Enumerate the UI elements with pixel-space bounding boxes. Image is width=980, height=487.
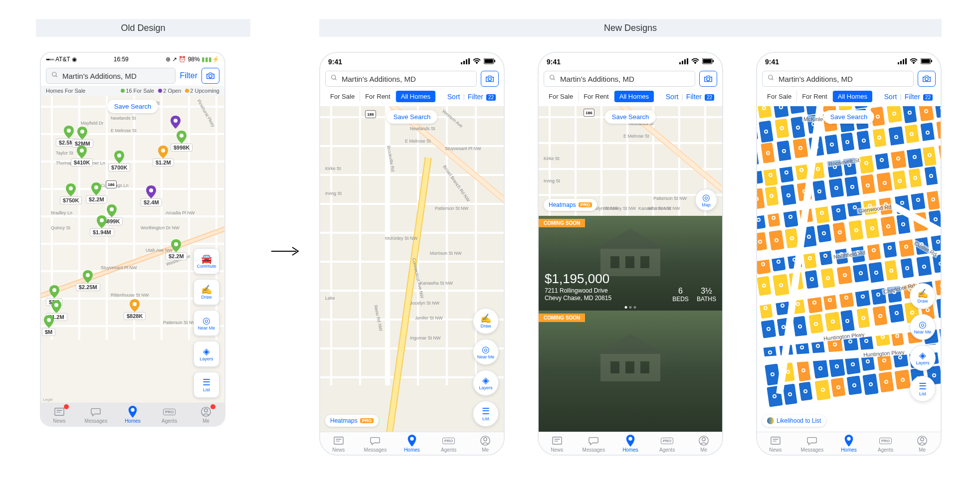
tab-messages[interactable]: Messages: [794, 432, 831, 455]
tab-for-sale[interactable]: For Sale: [325, 91, 360, 102]
map-pin[interactable]: $2.2M: [166, 239, 187, 260]
parcel[interactable]: [837, 266, 853, 285]
parcel[interactable]: [832, 222, 847, 243]
tab-news[interactable]: News: [539, 432, 576, 455]
parcel[interactable]: [761, 320, 777, 338]
parcel[interactable]: [829, 178, 844, 198]
search-input[interactable]: Martin's Additions, MD: [325, 71, 477, 87]
filter-link[interactable]: Filter 22: [465, 93, 499, 101]
tab-for-sale[interactable]: For Sale: [544, 91, 579, 102]
map-area[interactable]: Leland StMayfield DrTurner LnCummings Ln…: [41, 96, 224, 403]
heatmaps-button[interactable]: HeatmapsPRO: [544, 199, 597, 211]
map-pin[interactable]: $750K: [60, 183, 82, 204]
parcel[interactable]: [789, 106, 805, 114]
save-search-button[interactable]: Save Search: [107, 100, 158, 113]
map-pin[interactable]: $828K: [124, 299, 146, 320]
camera-button[interactable]: [918, 71, 936, 87]
search-input[interactable]: Martin's Additions, MD: [46, 68, 176, 84]
map-pin[interactable]: $700K: [108, 151, 130, 171]
fab-draw[interactable]: ✍Draw: [194, 279, 219, 305]
parcel[interactable]: [757, 145, 759, 166]
parcel[interactable]: [812, 180, 826, 202]
fab-near-me[interactable]: ◎Near Me: [910, 314, 936, 340]
tab-me[interactable]: Me: [904, 432, 941, 455]
parcel[interactable]: [935, 106, 941, 118]
parcel[interactable]: [777, 141, 791, 162]
parcel[interactable]: [825, 312, 841, 331]
map-pin[interactable]: $2.4M: [141, 185, 162, 206]
parcel[interactable]: [856, 131, 870, 151]
camera-button[interactable]: [201, 68, 219, 84]
tab-messages[interactable]: Messages: [78, 403, 115, 426]
parcel[interactable]: [862, 373, 879, 395]
fab-near-me[interactable]: ◎Near Me: [473, 339, 499, 365]
parcel[interactable]: [757, 232, 767, 251]
parcel[interactable]: [902, 106, 917, 123]
tab-news[interactable]: News: [757, 432, 794, 455]
tab-news[interactable]: News: [320, 432, 357, 455]
tab-for-sale[interactable]: For Sale: [762, 91, 797, 102]
map-pin[interactable]: $1.94M: [90, 215, 114, 236]
tab-agents[interactable]: PROAgents: [430, 432, 467, 455]
parcel[interactable]: [781, 184, 796, 206]
parcel[interactable]: [773, 106, 789, 118]
tab-messages[interactable]: Messages: [357, 432, 394, 455]
fab-list[interactable]: ☰List: [194, 372, 219, 398]
map-pin[interactable]: $2MM: [72, 127, 93, 148]
parcel[interactable]: [936, 298, 941, 319]
listing-card[interactable]: COMING SOON: [539, 311, 722, 432]
parcel[interactable]: [792, 316, 807, 337]
parcel[interactable]: [773, 274, 789, 296]
parcel[interactable]: [761, 143, 775, 164]
parcel[interactable]: [909, 168, 922, 188]
heatmaps-button[interactable]: HeatmapsPRO: [325, 415, 379, 427]
search-input[interactable]: Martin's Additions, MD: [544, 71, 695, 87]
parcel[interactable]: [847, 375, 862, 395]
tab-all-homes[interactable]: All Homes: [833, 91, 872, 102]
parcel[interactable]: [757, 106, 772, 118]
parcel[interactable]: [940, 164, 941, 186]
parcel[interactable]: [840, 310, 854, 332]
fab-near-me[interactable]: ◎Near Me: [194, 310, 219, 336]
tab-homes[interactable]: Homes: [393, 432, 430, 455]
parcel[interactable]: [900, 258, 914, 279]
map-pin[interactable]: $998K: [171, 131, 193, 152]
parcel[interactable]: [775, 118, 789, 138]
fab-layers[interactable]: ◈Layers: [473, 370, 499, 396]
parcel[interactable]: [918, 106, 934, 122]
parcel[interactable]: [873, 129, 886, 147]
filter-link[interactable]: Filter: [180, 71, 197, 80]
parcel[interactable]: [817, 224, 831, 242]
fab-commute[interactable]: 🚘Commute: [194, 248, 219, 274]
parcel[interactable]: [809, 314, 824, 334]
parcel[interactable]: [814, 379, 830, 400]
map-area[interactable]: 186 Newlands StE Melrose StKirke StIrvin…: [320, 106, 504, 432]
search-input[interactable]: Martin's Additions, MD: [762, 71, 914, 87]
tab-news[interactable]: News: [41, 403, 78, 426]
parcel[interactable]: [889, 304, 905, 323]
sort-link[interactable]: Sort: [444, 93, 463, 101]
heatmap-area[interactable]: McKinleRoosevelt StGlenwood RdNorthfield…: [757, 106, 941, 432]
parcel[interactable]: [805, 270, 819, 289]
tab-all-homes[interactable]: All Homes: [396, 91, 435, 102]
listing-card[interactable]: COMING SOON $1,195,000 7211 Rollingwood …: [539, 216, 722, 311]
map-area[interactable]: 186 Newlands StE Melrose StKirke StIrvin…: [539, 106, 722, 216]
parcel[interactable]: [757, 188, 765, 209]
parcel[interactable]: [856, 308, 870, 328]
parcel[interactable]: [841, 133, 854, 152]
camera-button[interactable]: [699, 71, 717, 87]
map-pin[interactable]: [171, 116, 181, 129]
tab-agents[interactable]: PROAgents: [151, 403, 188, 426]
tab-me[interactable]: Me: [467, 432, 504, 455]
map-pin[interactable]: $M: [42, 315, 55, 336]
parcel[interactable]: [831, 377, 846, 397]
camera-button[interactable]: [481, 71, 499, 87]
map-pin[interactable]: $2.2M: [86, 182, 107, 203]
fab-map[interactable]: ◎Map: [695, 189, 717, 211]
parcel[interactable]: [895, 369, 911, 390]
parcel[interactable]: [852, 106, 868, 109]
fab-layers[interactable]: ◈Layers: [910, 345, 936, 371]
tab-agents[interactable]: PROAgents: [867, 432, 904, 455]
map-pin[interactable]: $2.25M: [76, 270, 100, 291]
parcel[interactable]: [887, 106, 902, 123]
